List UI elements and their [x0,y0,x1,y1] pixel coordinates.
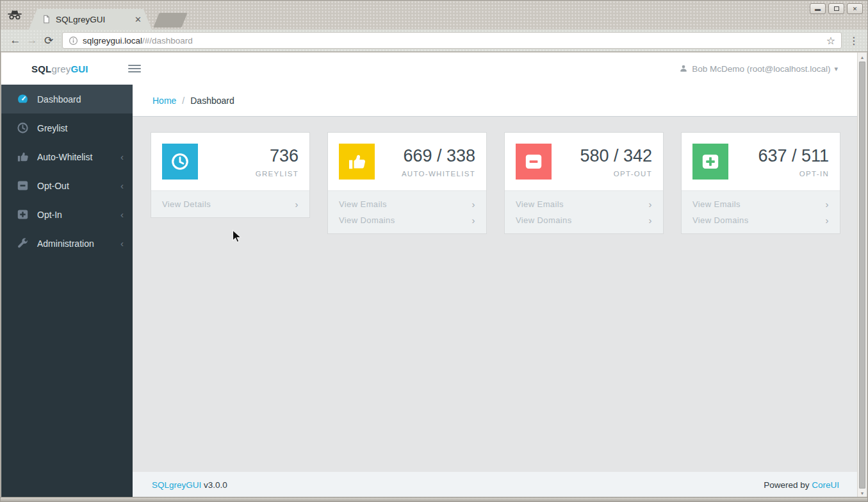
chevron-right-icon: › [826,215,829,225]
reload-button[interactable]: ⟳ [40,34,57,47]
footer-app-link[interactable]: SQLgreyGUI [152,480,201,490]
close-button[interactable]: ✕ [847,3,863,14]
stat-card-opt-in: 637 / 511OPT-INView Emails›View Domains› [681,132,840,234]
thumbs-up-icon [17,151,29,163]
address-bar[interactable]: sqlgreygui.local /#/dashboard ☆ [62,32,842,49]
sidebar-item-label: Auto-Whitelist [37,152,120,162]
app-header: SQLgreyGUI Bob McDemo (root@localhost.lo… [1,53,858,85]
minus-square-icon [516,144,552,180]
stat-label: OPT-OUT [552,170,652,178]
sidebar-item-label: Opt-Out [37,181,120,191]
scroll-down-icon[interactable]: ▼ [858,489,867,498]
stat-label: AUTO-WHITELIST [375,170,475,178]
breadcrumb: Home / Dashboard [133,85,858,117]
forward-button[interactable]: → [24,34,40,47]
card-link[interactable]: View Emails› [692,196,829,212]
card-link[interactable]: View Details› [162,196,299,212]
chevron-left-icon: ‹ [120,238,124,248]
app-footer: SQLgreyGUI v3.0.0 Powered by CoreUI [133,472,858,498]
sidebar-item-label: Administration [37,238,120,249]
chevron-right-icon: › [295,199,299,209]
window-bottom-edge [1,497,867,501]
chevron-down-icon: ▾ [834,65,838,73]
sidebar-item-auto-whitelist[interactable]: Auto-Whitelist‹ [1,142,133,171]
footer-version: v3.0.0 [204,480,227,490]
breadcrumb-separator: / [182,96,184,106]
card-link[interactable]: View Emails› [339,196,475,212]
card-footer: View Emails›View Domains› [682,190,840,233]
chevron-right-icon: › [649,199,652,209]
chevron-left-icon: ‹ [120,181,124,190]
wrench-icon [17,237,29,249]
breadcrumb-current: Dashboard [190,96,234,106]
page-scrollbar[interactable]: ▲ ▼ [857,53,867,498]
url-path: /#/dashboard [142,36,193,46]
card-footer: View Emails›View Domains› [505,190,663,233]
card-link[interactable]: View Emails› [516,196,652,212]
sidebar-item-dashboard[interactable]: Dashboard [1,85,133,113]
browser-window: SQLgreyGUI ✕ ▬ ✕ ← → ⟳ sqlgreygui.local … [0,0,868,502]
dashboard-content: 736GREYLISTView Details›669 / 338AUTO-WH… [133,117,858,472]
card-footer: View Emails›View Domains› [328,190,486,233]
sidebar-item-label: Dashboard [37,94,124,105]
tab-close-icon[interactable]: ✕ [133,15,143,24]
window-controls: ▬ ✕ [810,3,863,14]
incognito-icon [6,9,23,22]
plus-square-icon [17,208,29,221]
stat-card-opt-out: 580 / 342OPT-OUTView Emails›View Domains… [504,132,664,234]
chevron-left-icon: ‹ [120,152,124,162]
card-link[interactable]: View Domains› [692,212,829,228]
stat-value: 736 [198,146,299,166]
page-icon [42,14,51,24]
chevron-right-icon: › [826,199,829,209]
sidebar-item-opt-in[interactable]: Opt-In‹ [1,200,133,229]
card-link[interactable]: View Domains› [339,212,475,228]
tachometer-icon [17,93,29,105]
sidebar-item-opt-out[interactable]: Opt-Out‹ [1,171,133,200]
card-footer: View Details› [151,190,309,217]
user-name: Bob McDemo (root@localhost.local) [692,64,830,74]
maximize-button[interactable] [828,3,844,14]
stat-value: 637 / 511 [728,146,829,166]
user-menu[interactable]: Bob McDemo (root@localhost.local) ▾ [679,64,838,74]
stat-value: 580 / 342 [552,146,652,166]
stat-value: 669 / 338 [375,146,475,166]
minimize-button[interactable]: ▬ [810,3,826,14]
plus-square-icon [692,144,728,180]
site-info-icon[interactable] [69,36,78,46]
chevron-left-icon: ‹ [120,210,124,219]
card-link[interactable]: View Domains› [516,212,652,228]
browser-titlebar: SQLgreyGUI ✕ ▬ ✕ [1,1,867,29]
tab-title: SQLgreyGUI [56,15,133,24]
scroll-up-icon[interactable]: ▲ [858,53,867,62]
url-domain: sqlgreygui.local [83,36,142,46]
back-button[interactable]: ← [7,34,24,47]
chevron-right-icon: › [472,199,475,209]
app-logo[interactable]: SQLgreyGUI [31,63,88,74]
sidebar-item-administration[interactable]: Administration‹ [1,229,133,258]
browser-menu-icon[interactable]: ⋮ [847,35,861,47]
footer-powered-by: Powered by [764,480,809,490]
sidebar-item-greylist[interactable]: Greylist [1,113,133,142]
footer-coreui-link[interactable]: CoreUI [812,480,839,490]
sidebar-toggle-icon[interactable] [128,65,141,72]
stat-cards: 736GREYLISTView Details›669 / 338AUTO-WH… [151,132,840,234]
sidebar-item-label: Opt-In [37,210,120,220]
scrollbar-thumb[interactable] [859,62,865,489]
browser-toolbar: ← → ⟳ sqlgreygui.local /#/dashboard ☆ ⋮ [1,29,867,52]
main-area: Home / Dashboard 736GREYLISTView Details… [133,85,858,498]
sidebar-item-label: Greylist [37,123,124,133]
minus-square-icon [17,180,29,192]
chevron-right-icon: › [649,215,652,225]
breadcrumb-home-link[interactable]: Home [152,96,176,106]
bookmark-star-icon[interactable]: ☆ [826,35,835,47]
stat-card-greylist: 736GREYLISTView Details› [151,132,310,218]
stat-label: OPT-IN [728,170,829,178]
browser-tab[interactable]: SQLgreyGUI ✕ [29,9,152,29]
sidebar: DashboardGreylistAuto-Whitelist‹Opt-Out‹… [1,85,133,498]
thumbs-up-icon [339,144,375,180]
stat-card-auto-whitelist: 669 / 338AUTO-WHITELISTView Emails›View … [327,132,487,234]
mouse-cursor [232,230,242,244]
stat-label: GREYLIST [198,170,299,178]
new-tab-button[interactable] [153,13,187,28]
